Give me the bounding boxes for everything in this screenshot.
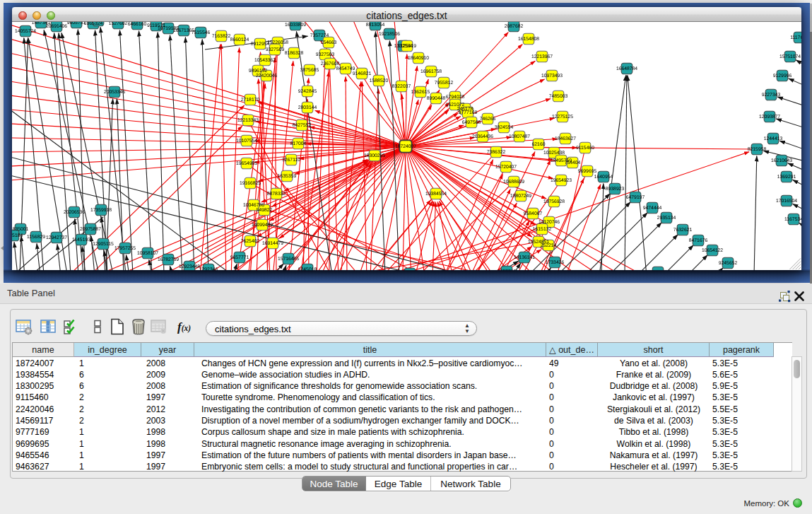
svg-text:9777169: 9777169 [459, 110, 478, 115]
svg-text:10543362: 10543362 [254, 58, 276, 63]
svg-text:7625402: 7625402 [241, 239, 260, 244]
svg-text:8813054: 8813054 [366, 23, 385, 28]
svg-text:16914479: 16914479 [262, 241, 283, 246]
svg-text:19756928: 19756928 [543, 199, 565, 204]
svg-text:19218506: 19218506 [379, 32, 400, 37]
svg-text:10025438: 10025438 [543, 151, 565, 156]
svg-text:9146821: 9146821 [353, 71, 372, 76]
svg-text:9115460: 9115460 [576, 146, 594, 151]
svg-text:1156829: 1156829 [27, 235, 45, 240]
svg-text:12213967: 12213967 [531, 54, 553, 59]
svg-text:20206536: 20206536 [64, 210, 85, 215]
svg-text:1733426: 1733426 [546, 260, 565, 265]
svg-text:10653287: 10653287 [88, 22, 109, 23]
svg-text:835001: 835001 [13, 227, 29, 232]
svg-text:3267110: 3267110 [282, 158, 300, 163]
svg-text:6479197: 6479197 [626, 195, 645, 200]
svg-text:9227343: 9227343 [762, 93, 781, 98]
svg-text:9699695: 9699695 [578, 169, 597, 174]
svg-text:10807487: 10807487 [509, 134, 530, 139]
svg-text:12275125: 12275125 [552, 115, 573, 119]
svg-text:1615132: 1615132 [533, 227, 552, 232]
svg-text:14055724: 14055724 [15, 29, 36, 34]
svg-text:9896152: 9896152 [249, 69, 268, 74]
svg-text:7357274: 7357274 [310, 33, 329, 38]
svg-text:1292346: 1292346 [199, 267, 218, 270]
svg-text:10046786: 10046786 [243, 203, 264, 208]
svg-text:12905115: 12905115 [93, 242, 114, 247]
svg-text:7955812: 7955812 [435, 81, 454, 86]
svg-text:2367608: 2367608 [321, 62, 340, 66]
svg-text:7163822: 7163822 [212, 34, 231, 39]
svg-text:1535359: 1535359 [278, 174, 297, 179]
svg-text:14120746: 14120746 [539, 220, 560, 225]
svg-text:17957255: 17957255 [114, 246, 136, 251]
svg-text:10107554: 10107554 [236, 139, 257, 144]
svg-text:12213343: 12213343 [237, 118, 259, 123]
svg-text:9327509: 9327509 [266, 47, 285, 52]
svg-text:1244413: 1244413 [764, 136, 783, 141]
svg-text:12923448: 12923448 [179, 264, 200, 269]
svg-text:18463627: 18463627 [555, 136, 576, 141]
svg-text:15716485: 15716485 [278, 257, 299, 262]
svg-text:9245018: 9245018 [298, 267, 317, 270]
svg-text:6794028: 6794028 [446, 95, 465, 100]
svg-text:8215958: 8215958 [748, 147, 767, 152]
svg-text:10654122: 10654122 [702, 248, 723, 253]
svg-text:2718170: 2718170 [241, 98, 260, 103]
svg-text:2935134: 2935134 [657, 216, 676, 221]
svg-text:746266: 746266 [480, 117, 496, 122]
svg-text:15226058: 15226058 [267, 40, 288, 45]
svg-text:16961758: 16961758 [420, 69, 442, 74]
svg-text:19654985: 19654985 [236, 161, 257, 166]
svg-text:1167534: 1167534 [784, 217, 801, 222]
svg-text:3875685: 3875685 [300, 68, 319, 73]
svg-text:12942737: 12942737 [46, 235, 67, 240]
svg-text:16782759: 16782759 [158, 257, 179, 262]
svg-text:7485003: 7485003 [549, 94, 568, 99]
svg-text:18724007: 18724007 [395, 144, 416, 149]
svg-text:18300295: 18300295 [364, 153, 385, 158]
svg-text:8427552: 8427552 [293, 123, 312, 128]
svg-text:15751074: 15751074 [779, 54, 801, 59]
svg-text:8878332: 8878332 [267, 192, 286, 197]
svg-text:1362615: 1362615 [411, 90, 430, 95]
svg-text:20975887: 20975887 [80, 227, 101, 232]
svg-text:8186328: 8186328 [285, 51, 304, 56]
svg-text:8660124: 8660124 [230, 37, 249, 42]
svg-text:14136141: 14136141 [514, 255, 535, 260]
svg-text:18807249: 18807249 [510, 194, 531, 199]
svg-text:9242845: 9242845 [298, 89, 317, 94]
svg-text:19384554: 19384554 [425, 192, 447, 197]
svg-text:14099489: 14099489 [252, 223, 273, 228]
svg-text:10688609: 10688609 [503, 180, 524, 185]
svg-text:20691406: 20691406 [46, 24, 67, 29]
svg-text:16210643: 16210643 [771, 158, 792, 163]
svg-text:1117643: 1117643 [790, 35, 801, 40]
svg-text:9245652: 9245652 [719, 261, 738, 266]
svg-text:12093877: 12093877 [759, 115, 780, 119]
svg-text:19654923: 19654923 [551, 178, 572, 183]
svg-text:9474444: 9474444 [643, 206, 662, 211]
svg-text:9129996: 9129996 [773, 74, 792, 78]
svg-text:9584067: 9584067 [524, 211, 543, 216]
svg-text:549822: 549822 [257, 208, 273, 213]
svg-text:20053346: 20053346 [104, 90, 125, 95]
svg-text:16648784: 16648784 [616, 66, 637, 71]
svg-text:754404: 754404 [565, 160, 581, 165]
svg-text:7515546: 7515546 [192, 30, 211, 35]
svg-text:3824554: 3824554 [495, 125, 514, 130]
svg-text:7632621: 7632621 [673, 228, 693, 233]
svg-text:817004: 817004 [290, 141, 307, 146]
svg-text:8454749: 8454749 [336, 66, 355, 71]
svg-text:2087682: 2087682 [505, 24, 524, 29]
svg-text:15720407: 15720407 [495, 165, 517, 170]
svg-text:1527602: 1527602 [109, 22, 128, 26]
svg-text:8938923: 8938923 [606, 187, 625, 192]
svg-text:62160: 62160 [532, 142, 546, 147]
svg-text:1125419: 1125419 [398, 44, 416, 49]
svg-text:17359918: 17359918 [90, 208, 112, 213]
svg-text:22420046: 22420046 [256, 74, 277, 78]
svg-text:20364436: 20364436 [472, 134, 493, 139]
svg-text:9657712: 9657712 [498, 269, 517, 270]
